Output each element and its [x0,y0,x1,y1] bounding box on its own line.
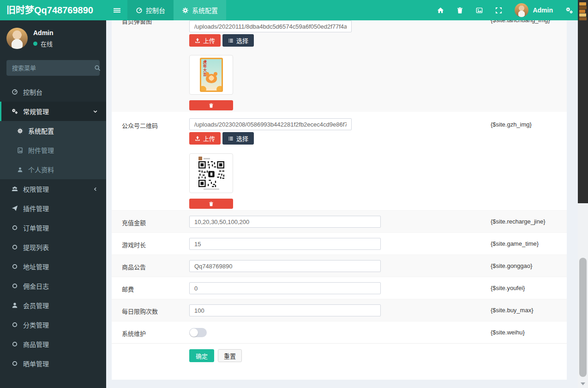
upload-button-label: 上传 [203,134,215,143]
sidebar-item[interactable]: 订单管理 [0,218,106,237]
sidebar-item-label: 商品管理 [23,340,49,349]
upload-icon [195,38,200,43]
field-label: 充值金额 [122,211,189,232]
tab-system-config[interactable]: 系统配置 [174,0,226,20]
sidebar-item[interactable]: 商品管理 [0,334,106,354]
fullscreen-icon[interactable] [495,7,502,14]
field-label: 邮费 [122,277,189,299]
recharge-amount-input[interactable] [189,216,381,228]
config-form-panel: 首页弹窗图 上传 选择 虎年大吉 {$site.tanchuang_img} [112,14,567,380]
new-year-poster-image: 虎年大吉 [200,58,223,92]
upload-button[interactable]: 上传 [189,132,221,145]
sidebar-subitem[interactable]: 个人资料 [0,160,106,179]
users-icon [12,186,18,192]
control-sidebar-strip [578,0,588,203]
choose-button[interactable]: 选择 [222,132,254,145]
sidebar-subitem-label: 系统配置 [28,126,54,135]
sidebar-user-panel: Admin 在线 [0,20,106,55]
field-label: 系统维护 [122,321,189,343]
template-variable: {$site.gzh_img} [491,121,532,128]
avatar[interactable] [6,28,28,49]
search-icon[interactable] [94,65,101,71]
upload-button-label: 上传 [203,36,215,45]
sidebar-submenu: 系统配置附件管理个人资料 [0,121,106,179]
home-icon[interactable] [437,7,444,14]
game-time-input[interactable] [189,238,381,250]
sidebar-item[interactable]: 提现列表 [0,237,106,257]
sidebar-item[interactable]: 分类管理 [0,315,106,334]
top-navbar: 旧时梦Qq748769890 控制台 系统配置 Admin [0,0,578,20]
tab-label: 控制台 [146,6,165,15]
circle-icon [12,321,18,328]
delete-image-button[interactable] [189,100,233,110]
user-menu[interactable]: Admin [515,3,553,17]
qrcode-image [198,157,224,190]
template-variable: {$site.recharge_jine} [491,218,546,225]
upload-button[interactable]: 上传 [189,34,221,47]
template-variable: {$site.weihu} [491,329,525,336]
field-label: 首页弹窗图 [122,14,189,112]
confirm-button[interactable]: 确定 [189,349,214,362]
sidebar-item[interactable]: 常规管理 [0,102,106,121]
postage-input[interactable] [189,282,381,294]
template-variable: {$site.buy_max} [491,307,534,314]
admin-app: 旧时梦Qq748769890 控制台 系统配置 Admin [0,0,588,388]
sidebar-item[interactable]: 控制台 [0,82,106,102]
reset-button[interactable]: 重置 [218,349,242,362]
circle-icon [12,244,18,250]
choose-button-label: 选择 [236,134,248,143]
qrcode-image-preview[interactable] [189,153,233,193]
scrollbar-down-arrow[interactable] [581,382,585,385]
sidebar-item[interactable]: 权限管理 [0,179,106,199]
trash-icon [209,201,214,206]
settings-gears-icon[interactable] [565,6,573,14]
user-icon [17,167,23,173]
circle-icon [12,360,18,367]
template-variable: {$site.gonggao} [491,262,532,269]
announcement-input[interactable] [189,260,381,272]
brand-title: 旧时梦Qq748769890 [0,0,106,20]
sidebar-item-label: 权限管理 [23,184,49,194]
sidebar-toggle-button[interactable] [106,0,127,20]
photo-icon[interactable] [476,7,483,14]
sidebar-item[interactable]: 插件管理 [0,199,106,218]
sidebar-item-label: 晒单管理 [23,359,49,368]
sidebar-item[interactable]: 会员管理 [0,296,106,315]
image-path-input[interactable] [189,20,352,32]
trash-icon[interactable] [456,7,463,14]
image-path-input[interactable] [189,118,352,130]
circle-icon [12,341,18,347]
tab-label: 系统配置 [192,6,218,15]
sidebar-item[interactable]: 地址管理 [0,257,106,276]
choose-button[interactable]: 选择 [222,34,254,47]
sidebar-subitem[interactable]: 附件管理 [0,140,106,160]
sidebar-item-label: 会员管理 [23,301,49,310]
daily-limit-input[interactable] [189,304,381,316]
books-thumbnail [579,2,587,21]
sidebar-subitem[interactable]: 系统配置 [0,121,106,140]
hamburger-icon [114,7,120,14]
sidebar-item-label: 控制台 [23,87,42,97]
gauge-icon [136,7,143,14]
tab-console[interactable]: 控制台 [127,0,174,20]
circle-icon [12,263,18,270]
sidebar-search [6,60,100,76]
form-row: 每日限购次数 {$site.buy_max} [112,299,567,321]
sidebar-item-label: 常规管理 [23,107,49,116]
search-input[interactable] [11,64,94,72]
scrollbar-track[interactable] [578,0,588,388]
list-icon [228,136,234,141]
circle-icon [12,224,18,231]
sidebar-item[interactable]: 佣金日志 [0,276,106,296]
field-label: 商品公告 [122,255,189,277]
scrollbar-thumb[interactable] [579,258,587,377]
toggle-knob [190,328,198,337]
sidebar-item-label: 佣金日志 [23,281,49,291]
template-variable: {$site.game_time} [491,240,539,247]
form-row: 邮费 {$site.youfei} [112,277,567,299]
maintenance-toggle[interactable] [189,328,207,337]
sidebar-item[interactable]: 晒单管理 [0,354,106,373]
poster-image-preview[interactable]: 虎年大吉 [189,55,233,95]
delete-image-button[interactable] [189,199,233,209]
form-row: 系统维护 {$site.weihu} [112,321,567,343]
